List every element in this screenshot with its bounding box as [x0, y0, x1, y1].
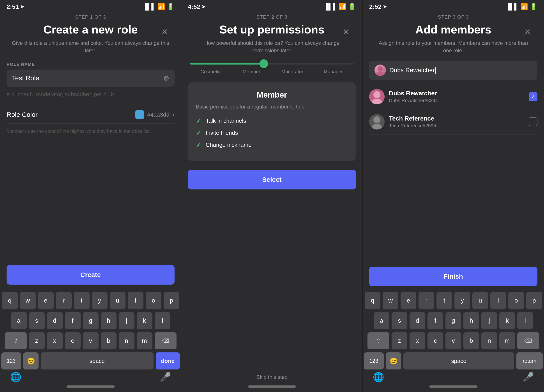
role-color-row[interactable]: Role Color #4aa3dd ›: [6, 106, 175, 124]
key-f[interactable]: f: [65, 312, 81, 329]
globe-icon-1[interactable]: 🌐: [10, 372, 21, 382]
close-button-2[interactable]: ✕: [343, 27, 349, 36]
member-checkbox-tech[interactable]: [529, 117, 538, 126]
key-a[interactable]: a: [11, 312, 27, 329]
key3-j[interactable]: j: [481, 312, 497, 329]
emoji-key[interactable]: 😊: [23, 352, 39, 369]
key-k[interactable]: k: [137, 312, 152, 329]
globe-icon-3[interactable]: 🌐: [373, 372, 384, 382]
keyboard-row-1: q w e r t y u i o p: [1, 292, 180, 309]
key-p[interactable]: p: [164, 292, 179, 309]
key-w[interactable]: w: [20, 292, 36, 309]
key3-v[interactable]: v: [445, 332, 461, 349]
key-o[interactable]: o: [146, 292, 161, 309]
key3-x[interactable]: x: [409, 332, 425, 349]
key3-z[interactable]: z: [392, 332, 407, 349]
key3-s[interactable]: s: [392, 312, 407, 329]
slider-thumb[interactable]: [259, 59, 268, 68]
modal-title-2: Set up permissions: [188, 23, 356, 36]
modal-1: STEP 1 OF 3 ✕ Create a new role Give thi…: [0, 12, 181, 290]
close-button-1[interactable]: ✕: [161, 27, 168, 36]
key3-f[interactable]: f: [427, 312, 443, 329]
role-name-input[interactable]: [12, 74, 163, 82]
key3-t[interactable]: t: [437, 292, 452, 309]
member-item-dubs[interactable]: Dubs Rewatcher Dubs Rewatcher#8394: [369, 84, 538, 109]
key3-n[interactable]: n: [481, 332, 497, 349]
key3-g[interactable]: g: [445, 312, 461, 329]
mic-icon-1[interactable]: 🎤: [160, 372, 171, 382]
key3-o[interactable]: o: [508, 292, 524, 309]
key3-r[interactable]: r: [419, 292, 434, 309]
key3-a[interactable]: a: [374, 312, 389, 329]
key3-k[interactable]: k: [499, 312, 515, 329]
key-j[interactable]: j: [119, 312, 135, 329]
return-key-3[interactable]: return: [516, 352, 543, 369]
key-l[interactable]: l: [155, 312, 170, 329]
key-u[interactable]: u: [110, 292, 125, 309]
home-bar-3: [429, 386, 477, 388]
key-d[interactable]: d: [47, 312, 63, 329]
space-key[interactable]: space: [41, 352, 154, 369]
key-i[interactable]: i: [128, 292, 143, 309]
slider-label-cosmetic: Cosmetic: [190, 69, 231, 75]
key-g[interactable]: g: [83, 312, 99, 329]
clear-input-button[interactable]: ⊗: [163, 74, 169, 82]
num-key-3[interactable]: 123: [364, 352, 384, 369]
key3-q[interactable]: q: [365, 292, 380, 309]
key-r[interactable]: r: [56, 292, 72, 309]
key-z[interactable]: z: [29, 332, 45, 349]
member-avatar-dubs: [369, 89, 384, 104]
key3-b[interactable]: b: [463, 332, 479, 349]
mic-icon-3[interactable]: 🎤: [523, 372, 534, 382]
create-button[interactable]: Create: [6, 265, 175, 285]
done-key[interactable]: done: [156, 352, 180, 369]
key-h[interactable]: h: [101, 312, 117, 329]
key-b[interactable]: b: [101, 332, 117, 349]
slider-track: [190, 63, 354, 64]
key3-y[interactable]: y: [455, 292, 470, 309]
key-c[interactable]: c: [65, 332, 81, 349]
key-s[interactable]: s: [29, 312, 45, 329]
key3-d[interactable]: d: [409, 312, 425, 329]
num-key[interactable]: 123: [1, 352, 21, 369]
shift-key[interactable]: ⇧: [5, 332, 27, 349]
permission-slider[interactable]: Cosmetic Member Moderator Manager: [188, 63, 356, 75]
key3-m[interactable]: m: [499, 332, 515, 349]
key3-c[interactable]: c: [427, 332, 443, 349]
key3-i[interactable]: i: [490, 292, 506, 309]
space-key-3[interactable]: space: [403, 352, 514, 369]
permission-card-desc: Basic permissions for a regular member t…: [196, 103, 348, 110]
keyboard-row-3-2: a s d f g h j k l: [364, 312, 543, 329]
key3-p[interactable]: p: [526, 292, 542, 309]
search-input-value[interactable]: Dubs Rewatcher: [389, 67, 532, 74]
member-checkbox-dubs[interactable]: [529, 92, 538, 101]
key3-e[interactable]: e: [401, 292, 416, 309]
key-t[interactable]: t: [74, 292, 89, 309]
member-search-row[interactable]: Dubs Rewatcher: [369, 61, 538, 80]
delete-key-3[interactable]: ⌫: [517, 332, 539, 349]
key3-u[interactable]: u: [472, 292, 488, 309]
keyboard-row-2: a s d f g h j k l: [1, 312, 180, 329]
key-m[interactable]: m: [137, 332, 152, 349]
finish-button[interactable]: Finish: [369, 267, 538, 286]
key3-h[interactable]: h: [463, 312, 479, 329]
delete-key[interactable]: ⌫: [155, 332, 177, 349]
key-e[interactable]: e: [38, 292, 54, 309]
member-item-tech[interactable]: Tech Reference Tech Reference#2595: [369, 109, 538, 134]
shift-key-3[interactable]: ⇧: [367, 332, 389, 349]
role-name-input-row[interactable]: ⊗: [6, 69, 175, 87]
bottom-icons-row-3: 🌐 🎤: [364, 372, 543, 382]
key-q[interactable]: q: [2, 292, 18, 309]
emoji-key-3[interactable]: 😊: [386, 352, 401, 369]
modal-subtitle-1: Give this role a unique name and color. …: [6, 39, 175, 54]
key3-l[interactable]: l: [517, 312, 533, 329]
select-button[interactable]: Select: [188, 170, 356, 190]
close-button-3[interactable]: ✕: [524, 27, 531, 36]
key-n[interactable]: n: [119, 332, 135, 349]
key3-w[interactable]: w: [383, 292, 398, 309]
key-y[interactable]: y: [92, 292, 107, 309]
key-x[interactable]: x: [47, 332, 63, 349]
skip-step[interactable]: Skip this step: [188, 374, 356, 380]
signal-icon-3: ▐▌▌: [505, 3, 519, 10]
key-v[interactable]: v: [83, 332, 99, 349]
